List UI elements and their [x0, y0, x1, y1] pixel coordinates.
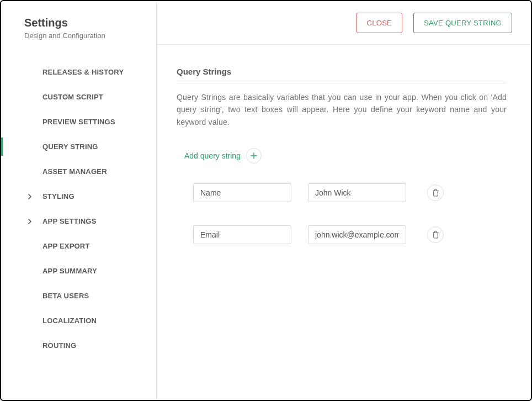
section-description: Query Strings are basically variables th…: [177, 91, 507, 128]
add-query-string-row: Add query string: [184, 148, 507, 163]
sidebar-item-custom-script[interactable]: CUSTOM SCRIPT: [1, 85, 156, 109]
sidebar-subtitle: Design and Configuration: [24, 31, 156, 40]
query-string-row: [193, 225, 507, 244]
sidebar-item-styling[interactable]: STYLING: [1, 184, 156, 209]
query-string-value-input[interactable]: [308, 183, 406, 202]
settings-window: Settings Design and Configuration RELEAS…: [0, 0, 532, 401]
sidebar-item-label: APP SETTINGS: [42, 217, 97, 225]
trash-icon: [432, 231, 439, 239]
sidebar-item-releases-history[interactable]: RELEASES & HISTORY: [1, 60, 156, 85]
sidebar-item-beta-users[interactable]: BETA USERS: [1, 283, 156, 308]
sidebar-header: Settings Design and Configuration: [1, 17, 156, 52]
sidebar-item-routing[interactable]: ROUTING: [1, 333, 156, 358]
sidebar-item-preview-settings[interactable]: PREVIEW SETTINGS: [1, 109, 156, 134]
sidebar-item-label: PREVIEW SETTINGS: [42, 118, 115, 126]
query-string-key-input[interactable]: [193, 183, 291, 202]
sidebar-item-label: LOCALIZATION: [42, 316, 97, 325]
sidebar-item-label: APP EXPORT: [42, 242, 90, 250]
query-string-value-input[interactable]: [308, 225, 406, 244]
sidebar-title: Settings: [24, 17, 156, 29]
chevron-right-icon: [25, 217, 34, 226]
sidebar-item-label: BETA USERS: [42, 292, 89, 300]
sidebar-item-label: RELEASES & HISTORY: [42, 68, 124, 76]
main-panel: CLOSE SAVE QUERY STRING Query Strings Qu…: [157, 1, 531, 400]
sidebar-item-app-settings[interactable]: APP SETTINGS: [1, 209, 156, 234]
sidebar: Settings Design and Configuration RELEAS…: [1, 1, 157, 400]
sidebar-item-label: QUERY STRING: [42, 143, 98, 151]
delete-query-string-button[interactable]: [427, 226, 444, 243]
section-title: Query Strings: [177, 67, 507, 83]
topbar: CLOSE SAVE QUERY STRING: [157, 1, 531, 45]
query-string-row: [193, 183, 507, 202]
sidebar-item-label: CUSTOM SCRIPT: [42, 93, 103, 101]
query-string-key-input[interactable]: [193, 225, 291, 244]
close-button[interactable]: CLOSE: [357, 13, 403, 33]
sidebar-item-label: ASSET MANAGER: [42, 167, 107, 176]
trash-icon: [432, 189, 439, 197]
sidebar-item-asset-manager[interactable]: ASSET MANAGER: [1, 159, 156, 184]
sidebar-nav: RELEASES & HISTORYCUSTOM SCRIPTPREVIEW S…: [1, 52, 156, 358]
sidebar-item-label: APP SUMMARY: [42, 267, 97, 275]
sidebar-item-label: STYLING: [42, 192, 75, 200]
add-query-string-label[interactable]: Add query string: [184, 151, 241, 160]
plus-icon: [251, 152, 257, 159]
delete-query-string-button[interactable]: [427, 184, 444, 201]
query-string-rows: [177, 183, 507, 244]
content: Query Strings Query Strings are basicall…: [157, 45, 531, 267]
sidebar-item-query-string[interactable]: QUERY STRING: [1, 134, 156, 159]
chevron-right-icon: [25, 192, 34, 201]
save-query-string-button[interactable]: SAVE QUERY STRING: [413, 13, 512, 33]
sidebar-item-label: ROUTING: [42, 341, 76, 350]
sidebar-item-app-export[interactable]: APP EXPORT: [1, 234, 156, 258]
add-query-string-button[interactable]: [246, 148, 262, 163]
sidebar-item-app-summary[interactable]: APP SUMMARY: [1, 258, 156, 283]
sidebar-item-localization[interactable]: LOCALIZATION: [1, 308, 156, 333]
